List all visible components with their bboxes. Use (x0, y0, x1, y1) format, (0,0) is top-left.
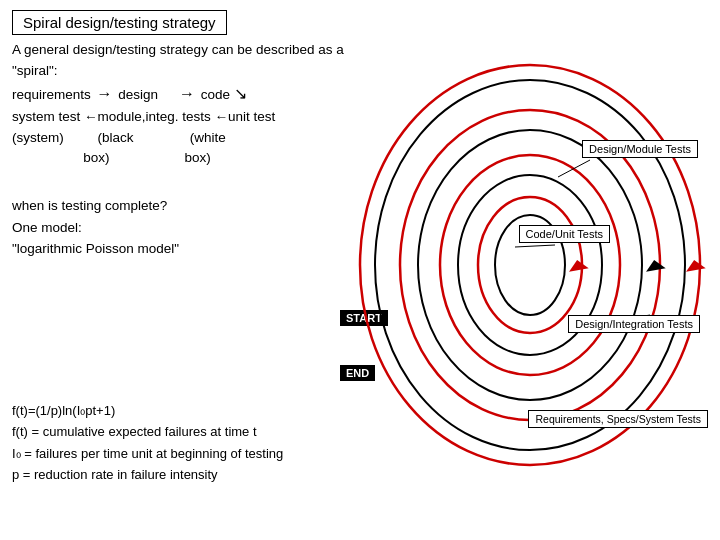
intro-line2: requirements → design → code ↘ (12, 87, 247, 102)
code-unit-label: Code/Unit Tests (519, 225, 610, 243)
when-testing-section: when is testing complete? One model: "lo… (12, 195, 179, 260)
when-testing-line2: One model: (12, 217, 179, 239)
formula-line4: p = reduction rate in failure intensity (12, 464, 283, 485)
formula-line3: I₀ = failures per time unit at beginning… (12, 443, 283, 464)
requirements-label: Requirements, Specs/System Tests (528, 410, 708, 428)
intro-line1: A general design/testing strategy can be… (12, 42, 344, 78)
arrow2-icon: → (179, 85, 195, 102)
svg-marker-9 (644, 258, 665, 271)
page-title: Spiral design/testing strategy (12, 10, 227, 35)
when-testing-line1: when is testing complete? (12, 195, 179, 217)
intro-section: A general design/testing strategy can be… (12, 40, 352, 169)
intro-line3: system test ←module,integ. tests ←unit t… (12, 109, 275, 124)
spiral-diagram: Design/Module Tests Code/Unit Tests Desi… (340, 30, 720, 500)
svg-point-1 (375, 80, 685, 450)
svg-line-12 (515, 245, 555, 247)
intro-text: A general design/testing strategy can be… (12, 40, 352, 169)
intro-line5: box) box) (12, 150, 211, 165)
design-module-label: Design/Module Tests (582, 140, 698, 158)
svg-point-3 (418, 130, 642, 400)
formula-line2: f(t) = cumulative expected failures at t… (12, 421, 283, 442)
intro-line4: (system) (black (white (12, 130, 226, 145)
svg-marker-10 (567, 258, 588, 271)
arrow1-icon: → (97, 85, 113, 102)
formula-section: f(t)=(1/p)ln(I₀pt+1) f(t) = cumulative e… (12, 400, 283, 486)
arrow3-icon: ↘ (234, 85, 247, 102)
svg-point-0 (360, 65, 700, 465)
when-testing-line3: "logarithmic Poisson model" (12, 238, 179, 260)
formula-line1: f(t)=(1/p)ln(I₀pt+1) (12, 400, 283, 421)
design-integration-label: Design/Integration Tests (568, 315, 700, 333)
svg-marker-8 (684, 258, 705, 271)
